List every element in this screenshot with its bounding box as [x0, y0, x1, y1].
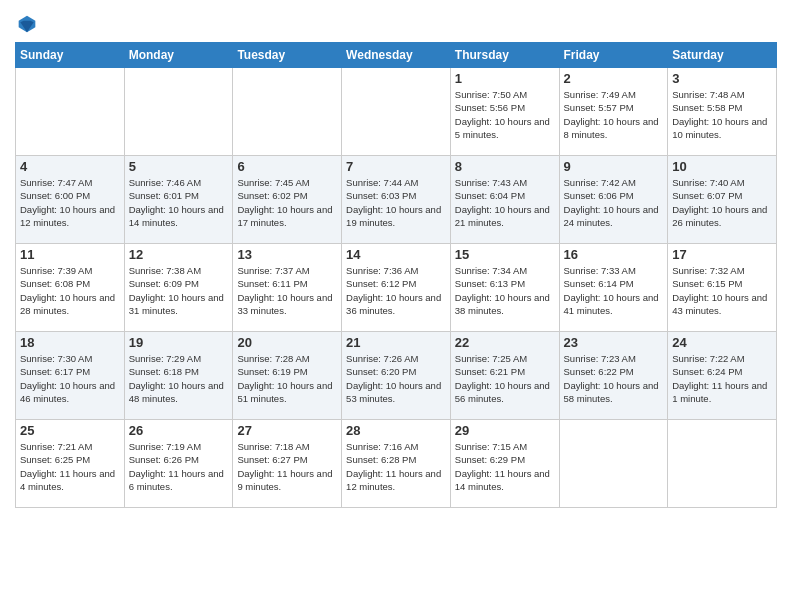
day-info: Sunrise: 7:43 AM Sunset: 6:04 PM Dayligh… — [455, 176, 555, 229]
day-number: 2 — [564, 71, 664, 86]
day-cell — [233, 68, 342, 156]
day-number: 29 — [455, 423, 555, 438]
day-cell: 6Sunrise: 7:45 AM Sunset: 6:02 PM Daylig… — [233, 156, 342, 244]
day-cell: 13Sunrise: 7:37 AM Sunset: 6:11 PM Dayli… — [233, 244, 342, 332]
day-info: Sunrise: 7:16 AM Sunset: 6:28 PM Dayligh… — [346, 440, 446, 493]
logo — [15, 14, 37, 34]
day-info: Sunrise: 7:50 AM Sunset: 5:56 PM Dayligh… — [455, 88, 555, 141]
day-number: 24 — [672, 335, 772, 350]
day-cell: 27Sunrise: 7:18 AM Sunset: 6:27 PM Dayli… — [233, 420, 342, 508]
day-cell: 15Sunrise: 7:34 AM Sunset: 6:13 PM Dayli… — [450, 244, 559, 332]
day-cell: 24Sunrise: 7:22 AM Sunset: 6:24 PM Dayli… — [668, 332, 777, 420]
day-info: Sunrise: 7:19 AM Sunset: 6:26 PM Dayligh… — [129, 440, 229, 493]
day-number: 23 — [564, 335, 664, 350]
header-monday: Monday — [124, 43, 233, 68]
day-number: 9 — [564, 159, 664, 174]
day-cell: 26Sunrise: 7:19 AM Sunset: 6:26 PM Dayli… — [124, 420, 233, 508]
week-row-1: 1Sunrise: 7:50 AM Sunset: 5:56 PM Daylig… — [16, 68, 777, 156]
day-cell: 10Sunrise: 7:40 AM Sunset: 6:07 PM Dayli… — [668, 156, 777, 244]
day-cell — [559, 420, 668, 508]
day-number: 13 — [237, 247, 337, 262]
day-info: Sunrise: 7:30 AM Sunset: 6:17 PM Dayligh… — [20, 352, 120, 405]
day-number: 3 — [672, 71, 772, 86]
day-number: 5 — [129, 159, 229, 174]
day-info: Sunrise: 7:34 AM Sunset: 6:13 PM Dayligh… — [455, 264, 555, 317]
day-info: Sunrise: 7:49 AM Sunset: 5:57 PM Dayligh… — [564, 88, 664, 141]
day-number: 1 — [455, 71, 555, 86]
day-info: Sunrise: 7:42 AM Sunset: 6:06 PM Dayligh… — [564, 176, 664, 229]
day-cell: 25Sunrise: 7:21 AM Sunset: 6:25 PM Dayli… — [16, 420, 125, 508]
day-number: 25 — [20, 423, 120, 438]
day-info: Sunrise: 7:28 AM Sunset: 6:19 PM Dayligh… — [237, 352, 337, 405]
day-cell: 14Sunrise: 7:36 AM Sunset: 6:12 PM Dayli… — [342, 244, 451, 332]
day-cell: 9Sunrise: 7:42 AM Sunset: 6:06 PM Daylig… — [559, 156, 668, 244]
day-cell: 20Sunrise: 7:28 AM Sunset: 6:19 PM Dayli… — [233, 332, 342, 420]
day-number: 14 — [346, 247, 446, 262]
day-number: 28 — [346, 423, 446, 438]
day-cell — [16, 68, 125, 156]
header-friday: Friday — [559, 43, 668, 68]
day-info: Sunrise: 7:44 AM Sunset: 6:03 PM Dayligh… — [346, 176, 446, 229]
day-info: Sunrise: 7:37 AM Sunset: 6:11 PM Dayligh… — [237, 264, 337, 317]
day-cell: 11Sunrise: 7:39 AM Sunset: 6:08 PM Dayli… — [16, 244, 125, 332]
weekday-header-row: Sunday Monday Tuesday Wednesday Thursday… — [16, 43, 777, 68]
day-info: Sunrise: 7:21 AM Sunset: 6:25 PM Dayligh… — [20, 440, 120, 493]
day-number: 6 — [237, 159, 337, 174]
day-number: 7 — [346, 159, 446, 174]
day-number: 27 — [237, 423, 337, 438]
day-info: Sunrise: 7:33 AM Sunset: 6:14 PM Dayligh… — [564, 264, 664, 317]
day-cell: 4Sunrise: 7:47 AM Sunset: 6:00 PM Daylig… — [16, 156, 125, 244]
day-info: Sunrise: 7:29 AM Sunset: 6:18 PM Dayligh… — [129, 352, 229, 405]
day-number: 22 — [455, 335, 555, 350]
day-info: Sunrise: 7:38 AM Sunset: 6:09 PM Dayligh… — [129, 264, 229, 317]
week-row-3: 11Sunrise: 7:39 AM Sunset: 6:08 PM Dayli… — [16, 244, 777, 332]
day-cell: 12Sunrise: 7:38 AM Sunset: 6:09 PM Dayli… — [124, 244, 233, 332]
day-cell: 19Sunrise: 7:29 AM Sunset: 6:18 PM Dayli… — [124, 332, 233, 420]
day-info: Sunrise: 7:22 AM Sunset: 6:24 PM Dayligh… — [672, 352, 772, 405]
day-cell: 1Sunrise: 7:50 AM Sunset: 5:56 PM Daylig… — [450, 68, 559, 156]
day-info: Sunrise: 7:18 AM Sunset: 6:27 PM Dayligh… — [237, 440, 337, 493]
day-number: 19 — [129, 335, 229, 350]
day-cell — [668, 420, 777, 508]
calendar-page: Sunday Monday Tuesday Wednesday Thursday… — [0, 0, 792, 612]
day-cell: 29Sunrise: 7:15 AM Sunset: 6:29 PM Dayli… — [450, 420, 559, 508]
day-info: Sunrise: 7:23 AM Sunset: 6:22 PM Dayligh… — [564, 352, 664, 405]
day-cell: 16Sunrise: 7:33 AM Sunset: 6:14 PM Dayli… — [559, 244, 668, 332]
day-info: Sunrise: 7:32 AM Sunset: 6:15 PM Dayligh… — [672, 264, 772, 317]
day-number: 16 — [564, 247, 664, 262]
day-number: 12 — [129, 247, 229, 262]
day-number: 15 — [455, 247, 555, 262]
week-row-5: 25Sunrise: 7:21 AM Sunset: 6:25 PM Dayli… — [16, 420, 777, 508]
day-info: Sunrise: 7:45 AM Sunset: 6:02 PM Dayligh… — [237, 176, 337, 229]
day-number: 18 — [20, 335, 120, 350]
day-cell: 2Sunrise: 7:49 AM Sunset: 5:57 PM Daylig… — [559, 68, 668, 156]
day-number: 4 — [20, 159, 120, 174]
day-cell: 22Sunrise: 7:25 AM Sunset: 6:21 PM Dayli… — [450, 332, 559, 420]
day-cell: 3Sunrise: 7:48 AM Sunset: 5:58 PM Daylig… — [668, 68, 777, 156]
day-info: Sunrise: 7:47 AM Sunset: 6:00 PM Dayligh… — [20, 176, 120, 229]
day-cell — [124, 68, 233, 156]
day-number: 26 — [129, 423, 229, 438]
day-number: 17 — [672, 247, 772, 262]
week-row-4: 18Sunrise: 7:30 AM Sunset: 6:17 PM Dayli… — [16, 332, 777, 420]
day-cell: 21Sunrise: 7:26 AM Sunset: 6:20 PM Dayli… — [342, 332, 451, 420]
header-tuesday: Tuesday — [233, 43, 342, 68]
day-number: 20 — [237, 335, 337, 350]
day-cell — [342, 68, 451, 156]
day-info: Sunrise: 7:40 AM Sunset: 6:07 PM Dayligh… — [672, 176, 772, 229]
day-info: Sunrise: 7:25 AM Sunset: 6:21 PM Dayligh… — [455, 352, 555, 405]
header-wednesday: Wednesday — [342, 43, 451, 68]
calendar-table: Sunday Monday Tuesday Wednesday Thursday… — [15, 42, 777, 508]
day-cell: 18Sunrise: 7:30 AM Sunset: 6:17 PM Dayli… — [16, 332, 125, 420]
logo-icon — [17, 14, 37, 34]
day-cell: 5Sunrise: 7:46 AM Sunset: 6:01 PM Daylig… — [124, 156, 233, 244]
week-row-2: 4Sunrise: 7:47 AM Sunset: 6:00 PM Daylig… — [16, 156, 777, 244]
day-info: Sunrise: 7:39 AM Sunset: 6:08 PM Dayligh… — [20, 264, 120, 317]
day-number: 10 — [672, 159, 772, 174]
day-number: 11 — [20, 247, 120, 262]
day-cell: 23Sunrise: 7:23 AM Sunset: 6:22 PM Dayli… — [559, 332, 668, 420]
header-saturday: Saturday — [668, 43, 777, 68]
day-number: 8 — [455, 159, 555, 174]
header-thursday: Thursday — [450, 43, 559, 68]
day-info: Sunrise: 7:48 AM Sunset: 5:58 PM Dayligh… — [672, 88, 772, 141]
